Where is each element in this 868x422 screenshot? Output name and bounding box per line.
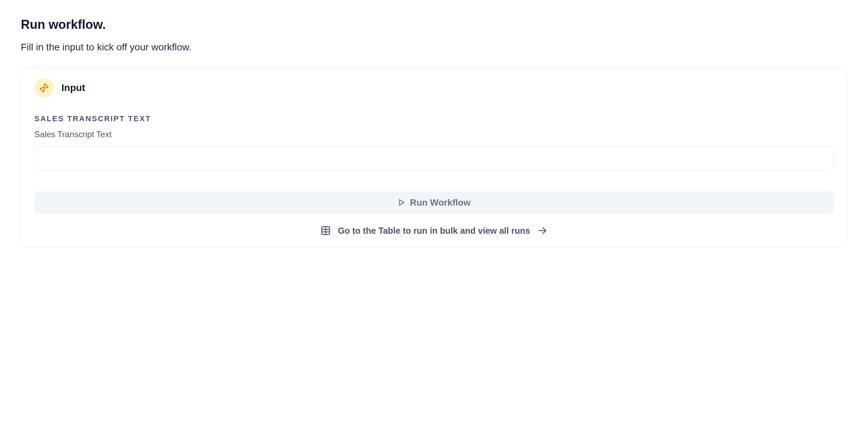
page-subtitle: Fill in the input to kick off your workf… (21, 42, 847, 53)
run-workflow-label: Run Workflow (410, 197, 470, 208)
field-label: SALES TRANSCRIPT TEXT (34, 114, 834, 123)
card-title: Input (61, 82, 85, 93)
run-workflow-button[interactable]: Run Workflow (34, 191, 834, 214)
svg-marker-0 (399, 200, 404, 206)
go-to-table-link[interactable]: Go to the Table to run in bulk and view … (34, 225, 834, 236)
field-sublabel: Sales Transcript Text (34, 130, 834, 139)
input-icon-badge (34, 78, 54, 98)
page-title: Run workflow. (21, 17, 847, 32)
input-card: Input SALES TRANSCRIPT TEXT Sales Transc… (21, 67, 847, 248)
lightning-icon (39, 83, 49, 93)
arrow-right-icon (537, 225, 548, 236)
go-to-table-label: Go to the Table to run in bulk and view … (338, 226, 530, 236)
sales-transcript-input[interactable] (34, 146, 834, 171)
play-icon (398, 199, 405, 206)
table-icon (320, 225, 331, 236)
card-header: Input (34, 78, 834, 98)
